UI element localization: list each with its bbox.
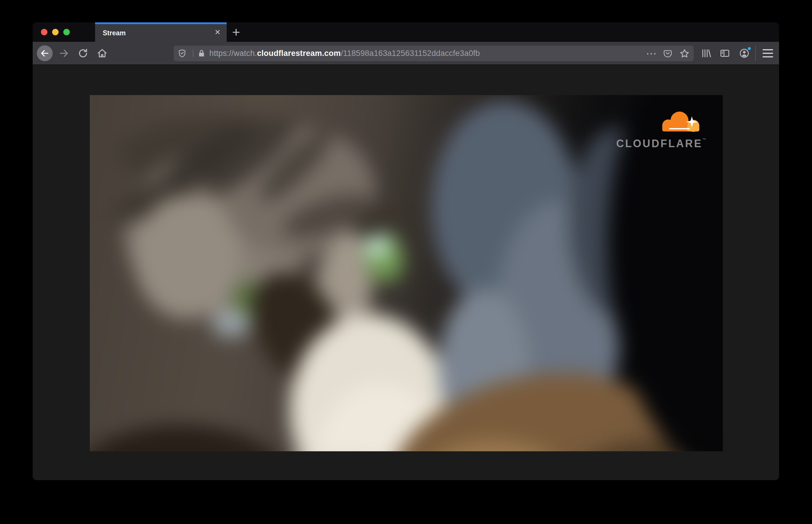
account-notification-badge <box>747 47 751 51</box>
pocket-icon <box>663 49 672 58</box>
minimize-window-button[interactable] <box>52 29 59 35</box>
page-content: CLOUDFLARE™ <box>33 65 779 480</box>
hamburger-menu-icon <box>763 49 773 50</box>
close-tab-icon[interactable]: ✕ <box>213 28 222 36</box>
zoom-window-button[interactable] <box>63 29 70 35</box>
cloudflare-brand-text: CLOUDFLARE™ <box>616 137 706 150</box>
new-tab-button[interactable]: + <box>229 25 243 39</box>
cloudflare-watermark: CLOUDFLARE™ <box>609 109 706 150</box>
window-controls <box>41 29 70 35</box>
home-icon <box>97 48 108 59</box>
reload-button[interactable] <box>78 48 88 59</box>
home-button[interactable] <box>97 48 108 59</box>
url-scheme-subdomain: https://watch. <box>209 49 257 58</box>
close-window-button[interactable] <box>41 29 47 35</box>
forward-arrow-icon <box>59 48 69 59</box>
cloudflare-cloud-icon <box>656 109 706 136</box>
sidebar-icon <box>719 48 730 59</box>
navigation-toolbar: https://watch.cloudflarestream.com/11859… <box>33 42 779 65</box>
url-bar[interactable]: https://watch.cloudflarestream.com/11859… <box>174 46 694 61</box>
tab-bar: Stream ✕ + <box>33 22 779 42</box>
trademark-symbol: ™ <box>702 137 706 142</box>
browser-window: Stream ✕ + <box>33 22 779 480</box>
screenshot-background: Stream ✕ + <box>0 0 812 524</box>
star-icon <box>679 48 690 59</box>
back-arrow-icon <box>40 49 49 58</box>
tracking-protection-shield-icon[interactable] <box>178 49 186 58</box>
page-actions-button[interactable]: ⋯ <box>644 46 659 61</box>
url-path: /118598a163a125631152ddaccfe3a0fb <box>341 49 480 58</box>
tab-title: Stream <box>103 24 126 42</box>
forward-button[interactable] <box>59 48 69 59</box>
library-icon <box>701 48 712 59</box>
bookmark-star-button[interactable] <box>679 48 690 59</box>
lock-icon[interactable] <box>197 49 206 58</box>
back-button[interactable] <box>37 45 53 61</box>
urlbar-divider <box>193 49 193 58</box>
tab-stream[interactable]: Stream ✕ <box>95 22 227 42</box>
video-player[interactable]: CLOUDFLARE™ <box>90 95 723 451</box>
url-domain: cloudflarestream.com <box>257 49 341 58</box>
menu-button[interactable] <box>763 49 773 58</box>
library-button[interactable] <box>701 48 712 59</box>
toolbar-separator <box>755 46 756 61</box>
reload-icon <box>78 48 88 59</box>
sidebar-toggle-button[interactable] <box>719 48 730 59</box>
url-text[interactable]: https://watch.cloudflarestream.com/11859… <box>209 46 480 61</box>
pocket-button[interactable] <box>663 49 672 58</box>
